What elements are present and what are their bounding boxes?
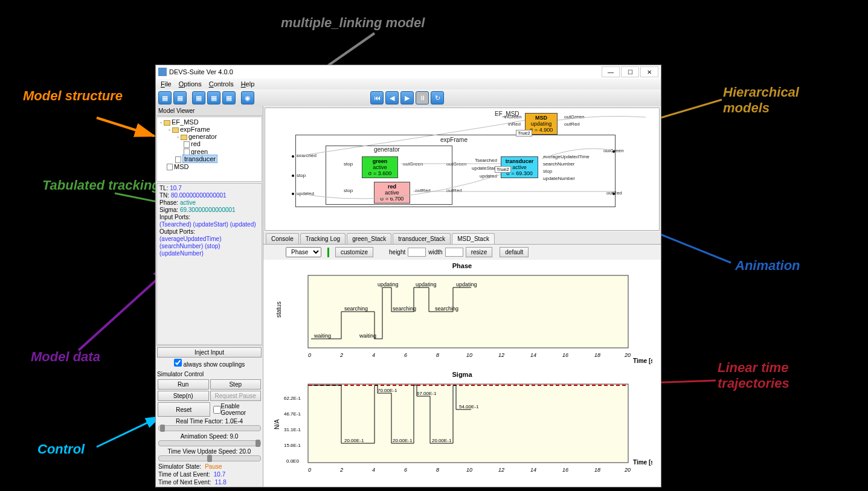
menu-file[interactable]: File bbox=[157, 80, 175, 88]
menu-help[interactable]: Help bbox=[237, 80, 259, 88]
svg-text:status: status bbox=[275, 301, 282, 318]
menu-options[interactable]: Options bbox=[175, 80, 205, 88]
svg-text:N/A: N/A bbox=[274, 419, 280, 429]
svg-text:46.7E-1: 46.7E-1 bbox=[284, 411, 301, 417]
tree-expframe[interactable]: expFrame bbox=[180, 126, 210, 133]
rtf-slider[interactable] bbox=[158, 425, 261, 431]
tvus-slider[interactable] bbox=[158, 455, 261, 461]
svg-text:4: 4 bbox=[372, 467, 375, 473]
stepn-button[interactable]: Step(n) bbox=[158, 391, 209, 401]
md-tn: 80.00000000000001 bbox=[171, 192, 227, 199]
toolbar-btn-3[interactable]: ▦ bbox=[192, 91, 205, 104]
tab-transducer-stack[interactable]: transducer_Stack bbox=[393, 233, 451, 244]
tree-red[interactable]: red bbox=[191, 140, 201, 147]
left-pane: Model Viewer ◦EF_MSD ◦expFrame ◦generato… bbox=[156, 106, 263, 487]
model-tree[interactable]: ◦EF_MSD ◦expFrame ◦generator red green t… bbox=[156, 117, 262, 182]
md-phase: active bbox=[180, 199, 196, 206]
minimize-button[interactable]: — bbox=[602, 66, 620, 77]
charts-area: Phase waiting searching waiting updating… bbox=[263, 260, 661, 487]
toolbar: ▦ ▦ ▦ ▦ ▦ ◉ ⏮ ◀ ▶ ⏸ ↻ bbox=[156, 89, 661, 106]
annotation-model-data: Model data bbox=[31, 349, 100, 365]
tree-green[interactable]: green bbox=[191, 148, 208, 155]
rtf-label: Real Time Factor: 1.0E-4 bbox=[157, 417, 262, 425]
tree-root[interactable]: EF_MSD bbox=[172, 118, 199, 126]
sim-view[interactable]: EF_MSD expFrame generator green active σ… bbox=[265, 108, 660, 231]
md-input-ports: (Tsearched) (updateStart) (updated) bbox=[159, 221, 259, 228]
svg-text:16: 16 bbox=[562, 352, 568, 358]
phase-dropdown[interactable]: Phase bbox=[286, 247, 321, 257]
tab-green-stack[interactable]: green_Stack bbox=[347, 233, 391, 244]
tree-transducer[interactable]: transducer bbox=[182, 155, 217, 163]
rewind-button[interactable]: ⏮ bbox=[370, 91, 384, 104]
run-button[interactable]: Run bbox=[158, 379, 209, 390]
default-button[interactable]: default bbox=[500, 247, 529, 257]
sigma-chart: Sigma 20.00E-1 70.00E-1 20.00E-1 67.00E-… bbox=[266, 371, 658, 481]
reset-button[interactable]: Reset bbox=[158, 402, 210, 417]
svg-text:16: 16 bbox=[562, 467, 568, 473]
model-viewer-title: Model Viewer bbox=[156, 106, 263, 116]
svg-text:18: 18 bbox=[594, 352, 600, 358]
sim-control-panel: Run Step Step(n) Request Pause Reset Ena… bbox=[156, 378, 263, 487]
svg-text:4: 4 bbox=[372, 352, 375, 358]
green-atomic[interactable]: green active σ = 3.600 bbox=[362, 156, 398, 178]
width-input[interactable] bbox=[445, 248, 463, 257]
anim-speed-slider[interactable] bbox=[158, 440, 261, 446]
pause-button[interactable]: ⏸ bbox=[416, 91, 429, 104]
svg-text:searching: searching bbox=[344, 306, 368, 312]
annotation-linear-time: Linear time trajectories bbox=[718, 360, 838, 391]
tree-msd[interactable]: MSD bbox=[174, 163, 188, 170]
md-sigma: 69.30000000000001 bbox=[180, 207, 236, 213]
svg-text:62.2E-1: 62.2E-1 bbox=[284, 396, 301, 401]
maximize-button[interactable]: ☐ bbox=[621, 66, 639, 77]
tab-msd-stack[interactable]: MSD_Stack bbox=[452, 233, 495, 244]
svg-text:6: 6 bbox=[404, 467, 407, 473]
svg-text:updating: updating bbox=[416, 281, 437, 287]
menu-controls[interactable]: Controls bbox=[205, 80, 237, 88]
toolbar-btn-5[interactable]: ▦ bbox=[222, 91, 236, 104]
resize-button[interactable]: resize bbox=[466, 247, 493, 257]
svg-text:20: 20 bbox=[624, 352, 631, 358]
enable-governor-checkbox[interactable] bbox=[213, 406, 221, 414]
chart-color-indicator bbox=[327, 248, 329, 257]
tab-console[interactable]: Console bbox=[266, 233, 299, 244]
annotation-hierarchical-models: Hierarchical models bbox=[723, 85, 844, 116]
reload-button[interactable]: ↻ bbox=[431, 91, 444, 104]
svg-text:31.1E-1: 31.1E-1 bbox=[284, 427, 301, 432]
step-button[interactable]: Step bbox=[210, 379, 262, 390]
right-pane: EF_MSD expFrame generator green active σ… bbox=[263, 106, 661, 487]
svg-line-3 bbox=[97, 417, 160, 447]
svg-text:2: 2 bbox=[339, 352, 343, 358]
back-button[interactable]: ◀ bbox=[385, 91, 399, 104]
anim-speed-label: Animation Speed: 9.0 bbox=[157, 432, 262, 440]
app-window: DEVS-Suite Ver 4.0.0 — ☐ ✕ File Options … bbox=[155, 65, 661, 487]
toolbar-btn-6[interactable]: ◉ bbox=[241, 91, 254, 104]
toolbar-btn-2[interactable]: ▦ bbox=[173, 91, 187, 104]
svg-text:54.00E-1: 54.00E-1 bbox=[459, 404, 479, 409]
always-show-couplings-checkbox[interactable] bbox=[174, 359, 182, 367]
last-event: 10.7 bbox=[214, 471, 225, 478]
svg-text:Time [se: Time [se bbox=[633, 358, 652, 364]
svg-text:waiting: waiting bbox=[313, 333, 331, 339]
svg-text:12: 12 bbox=[498, 467, 504, 473]
toolbar-btn-1[interactable]: ▦ bbox=[158, 91, 172, 104]
close-button[interactable]: ✕ bbox=[640, 66, 658, 77]
tree-generator[interactable]: generator bbox=[188, 133, 217, 140]
svg-text:10: 10 bbox=[466, 467, 472, 473]
toolbar-btn-4[interactable]: ▦ bbox=[207, 91, 220, 104]
svg-text:8: 8 bbox=[436, 467, 439, 473]
customize-button[interactable]: customize bbox=[335, 247, 373, 257]
svg-text:67.00E-1: 67.00E-1 bbox=[417, 391, 437, 396]
request-pause-button[interactable]: Request Pause bbox=[210, 391, 262, 401]
height-input[interactable] bbox=[408, 248, 426, 257]
window-title: DEVS-Suite Ver 4.0.0 bbox=[169, 68, 233, 75]
play-button[interactable]: ▶ bbox=[400, 91, 414, 104]
svg-text:8: 8 bbox=[436, 352, 439, 358]
annotation-animation: Animation bbox=[735, 258, 800, 274]
inject-input-button[interactable]: Inject Input bbox=[157, 347, 262, 358]
svg-text:0.0E0: 0.0E0 bbox=[286, 458, 299, 464]
tab-tracking-log[interactable]: Tracking Log bbox=[300, 233, 346, 244]
tabs: Console Tracking Log green_Stack transdu… bbox=[263, 232, 661, 245]
md-output-ports: (averageUpdatedTime) (searchNumber) (sto… bbox=[159, 236, 259, 257]
svg-text:Time [se: Time [se bbox=[633, 459, 652, 466]
red-atomic[interactable]: red active σ = 6.700 bbox=[374, 182, 410, 204]
